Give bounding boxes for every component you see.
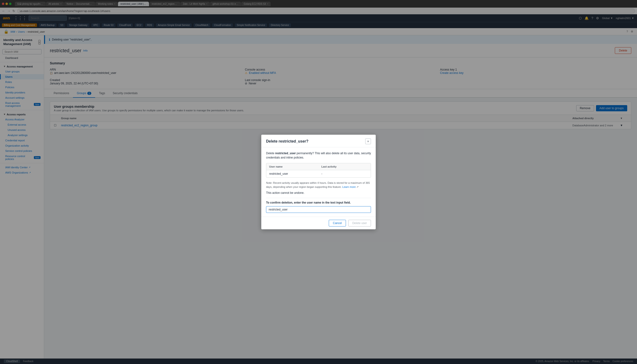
modal-table-row: restricted_user - [266, 170, 371, 177]
modal-username-bold: restricted_user [275, 152, 296, 155]
modal-table-header: User name Last activity [266, 163, 371, 170]
delete-user-modal: Delete restricted_user? × Delete restric… [261, 135, 376, 229]
modal-row-last-activity: - [318, 170, 371, 177]
modal-footer: Cancel Delete user [261, 217, 376, 229]
modal-table: User name Last activity restricted_user … [266, 163, 371, 178]
modal-col-username: User name [266, 163, 318, 170]
modal-header: Delete restricted_user? × [261, 135, 376, 147]
modal-description: Delete restricted_user permanently? This… [266, 151, 371, 160]
modal-cancel-button[interactable]: Cancel [329, 220, 346, 226]
modal-title: Delete restricted_user? [266, 139, 308, 144]
modal-row-username: restricted_user [266, 170, 318, 177]
modal-overlay: Delete restricted_user? × Delete restric… [0, 0, 637, 364]
modal-close-button[interactable]: × [365, 138, 371, 144]
modal-delete-button[interactable]: Delete user [348, 220, 371, 226]
modal-note: Note: Recent activity usually appears wi… [266, 181, 371, 189]
modal-confirm-label: To confirm deletion, enter the user name… [266, 201, 371, 204]
learn-more-link[interactable]: Learn more [342, 186, 356, 188]
modal-divider [266, 198, 371, 198]
modal-warning: This action cannot be undone. [266, 191, 371, 194]
modal-col-last-activity: Last activity [318, 163, 371, 170]
modal-confirm-input[interactable] [266, 206, 371, 213]
modal-body: Delete restricted_user permanently? This… [261, 147, 376, 217]
